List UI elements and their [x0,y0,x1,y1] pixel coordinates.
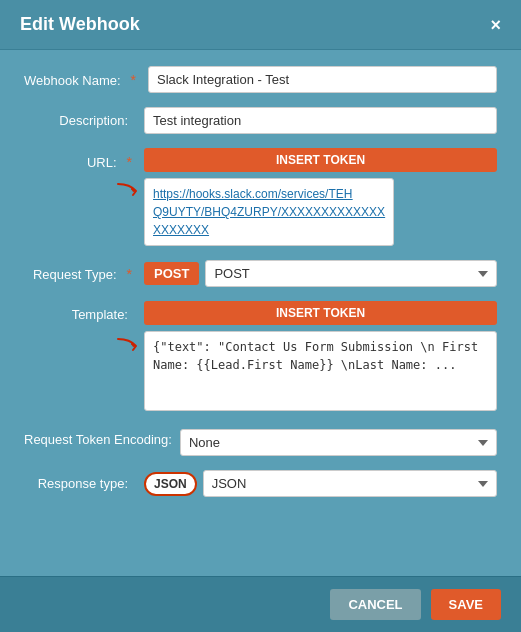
request-type-label-container: Request Type: * [24,260,144,282]
webhook-name-row: Webhook Name: * [24,66,497,93]
description-input[interactable] [144,107,497,134]
cancel-button[interactable]: CANCEL [330,589,420,620]
template-container: INSERT TOKEN {"text": "Contact Us Form S… [144,301,497,411]
encoding-label: Request Token Encoding: [24,425,180,449]
template-row: Template: INSERT TOKEN {"text": "Contact… [24,301,497,411]
modal-footer: CANCEL SAVE [0,576,521,632]
modal-header: Edit Webhook × [0,0,521,50]
url-insert-token-button[interactable]: INSERT TOKEN [144,148,497,172]
request-type-row: Request Type: * POST POST GET PUT DELETE [24,260,497,287]
encoding-row: Request Token Encoding: None URL Base64 [24,425,497,456]
json-badge: JSON [144,472,197,496]
description-label-container: Description: [24,107,144,128]
edit-webhook-modal: Edit Webhook × Webhook Name: * Descripti… [0,0,521,632]
modal-title: Edit Webhook [20,14,140,35]
template-arrow-wrapper: {"text": "Contact Us Form Submission \n … [144,331,497,411]
template-insert-token-button[interactable]: INSERT TOKEN [144,301,497,325]
url-arrow-wrapper: https://hooks.slack.com/services/TEHQ9UY… [144,178,497,246]
template-arrow [116,337,142,359]
modal-body: Webhook Name: * Description: URL: * INSE… [0,50,521,576]
post-badge: POST [144,262,199,285]
url-label-container: URL: * [24,148,144,170]
required-star-request: * [127,266,132,282]
encoding-select[interactable]: None URL Base64 [180,429,497,456]
request-type-label: Request Type: [33,267,125,282]
description-row: Description: [24,107,497,134]
webhook-name-label: Webhook Name: [24,73,129,88]
description-label: Description: [59,113,136,128]
url-value: https://hooks.slack.com/services/TEHQ9UY… [144,178,394,246]
template-label-container: Template: [24,301,144,322]
response-type-select[interactable]: JSON XML Text [203,470,497,497]
request-type-container: POST POST GET PUT DELETE [144,260,497,287]
template-textarea[interactable]: {"text": "Contact Us Form Submission \n … [144,331,497,411]
webhook-name-input[interactable] [148,66,497,93]
webhook-name-label-container: Webhook Name: * [24,66,148,88]
url-label: URL: [87,155,125,170]
url-link[interactable]: https://hooks.slack.com/services/TEHQ9UY… [153,187,385,237]
url-row: URL: * INSERT TOKEN https://hooks.slack.… [24,148,497,246]
close-button[interactable]: × [490,16,501,34]
url-arrow [116,182,142,204]
template-label: Template: [72,307,136,322]
response-type-row: Response type: JSON JSON XML Text [24,470,497,497]
response-type-label-container: Response type: [24,470,144,491]
url-field-container: INSERT TOKEN https://hooks.slack.com/ser… [144,148,497,246]
response-type-label: Response type: [38,476,136,491]
required-star-name: * [131,72,136,88]
request-type-select[interactable]: POST GET PUT DELETE [205,260,497,287]
response-type-container: JSON JSON XML Text [144,470,497,497]
required-star-url: * [127,154,132,170]
save-button[interactable]: SAVE [431,589,501,620]
